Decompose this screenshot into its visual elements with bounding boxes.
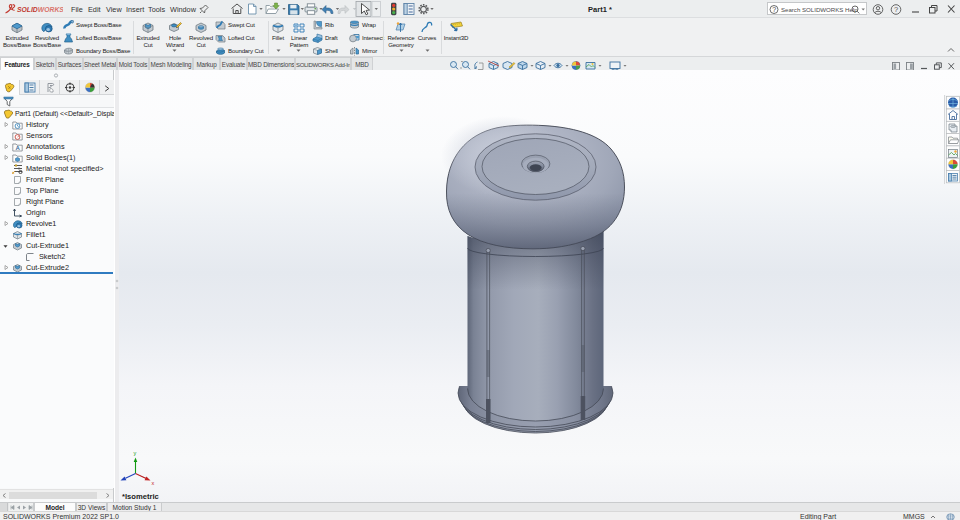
- svg-text:x: x: [152, 480, 155, 486]
- svg-text:?: ?: [894, 5, 898, 14]
- svg-text:A: A: [16, 145, 21, 151]
- svg-text:Search SOLIDWORKS Help: Search SOLIDWORKS Help: [781, 6, 858, 13]
- svg-text:?: ?: [772, 6, 776, 13]
- svg-text:*Isometric: *Isometric: [122, 492, 159, 501]
- svg-text:y: y: [134, 450, 137, 456]
